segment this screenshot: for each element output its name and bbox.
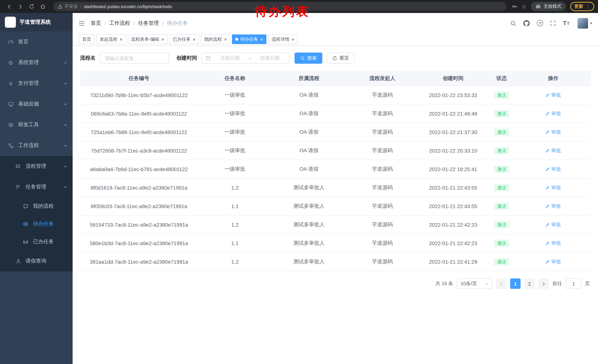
reset-button[interactable]: 重置 — [327, 53, 355, 64]
tab-process-detail[interactable]: 流程详情× — [268, 34, 298, 44]
tab-home[interactable]: 首页 — [79, 34, 94, 44]
sidebar-item-todo-tasks[interactable]: 待办任务 — [0, 215, 73, 233]
status-cell: 激活 — [488, 258, 516, 265]
back-icon[interactable] — [5, 2, 13, 11]
github-icon[interactable] — [523, 20, 530, 26]
approve-link[interactable]: 审批 — [545, 92, 561, 98]
app-window: 芋道管理系统 首页 ⚙ 系统管理 ¥ 支付管理 — [0, 13, 598, 364]
tab-my-process[interactable]: 我的流程× — [201, 34, 230, 44]
column-header: 创建时间 — [419, 75, 488, 82]
update-button[interactable]: 更新 ⋮ — [570, 2, 594, 11]
font-size-icon[interactable]: TT — [563, 20, 569, 26]
page-1-button[interactable]: 1 — [510, 278, 521, 289]
update-label: 更新 — [574, 3, 583, 10]
sidebar-item-process-mgmt[interactable]: 流程管理 — [0, 156, 73, 177]
tab-close-icon[interactable]: × — [291, 37, 294, 42]
end-date-placeholder: 结束日期 — [254, 55, 285, 61]
sidebar-item-done-tasks[interactable]: 已办任务 — [0, 233, 73, 251]
tab-close-icon[interactable]: × — [120, 37, 123, 42]
status-cell: 激活 — [488, 165, 516, 173]
approve-link[interactable]: 审批 — [545, 221, 561, 228]
sidebar-item-devtools[interactable]: 研发工具 — [0, 114, 73, 135]
goto-page-input[interactable] — [566, 278, 581, 289]
chevron-down-icon — [63, 81, 67, 85]
tab-form-edit[interactable]: 流程表单-编辑× — [128, 34, 167, 44]
process-cell: OA 请假 — [272, 92, 346, 98]
initiator-cell: 芋道源码 — [346, 147, 419, 154]
tab-close-icon[interactable]: × — [161, 37, 164, 42]
breadcrumb-item[interactable]: 首页 — [91, 20, 101, 26]
browser-nav-buttons — [4, 2, 48, 11]
created-cell: 2022-01-21 22:42:23 — [419, 240, 488, 246]
approve-link[interactable]: 审批 — [545, 258, 561, 265]
approve-link[interactable]: 审批 — [545, 240, 561, 246]
action-cell: 审批 — [516, 147, 590, 154]
tab-label: 我的流程 — [204, 36, 222, 42]
browser-menu-icon[interactable]: ⋮ — [585, 4, 590, 9]
tab-close-icon[interactable]: × — [224, 37, 227, 42]
incognito-badge: 无痕模式 — [531, 2, 566, 11]
created-cell: 2022-01-22 18:25:41 — [419, 166, 488, 172]
sidebar-item-workflow[interactable]: 工作流程 — [0, 135, 73, 156]
help-icon[interactable]: ? — [537, 20, 543, 26]
sidebar-item-payment[interactable]: ¥ 支付管理 — [0, 73, 73, 94]
initiator-cell: 芋道源码 — [346, 110, 419, 117]
tab-done-tasks[interactable]: 已办任务× — [169, 34, 199, 44]
sidebar-item-home[interactable]: 首页 — [0, 32, 73, 52]
not-secure-label: 不安全 — [65, 3, 78, 10]
status-cell: 激活 — [488, 184, 516, 191]
tab-todo-tasks-active[interactable]: 待办任务× — [232, 34, 266, 44]
forward-icon[interactable] — [16, 2, 25, 11]
status-badge: 激活 — [494, 110, 509, 117]
fullscreen-icon[interactable] — [550, 20, 556, 26]
approve-link[interactable]: 审批 — [545, 147, 561, 154]
search-button[interactable]: 搜索 — [295, 53, 322, 64]
sidebar-item-my-process[interactable]: 我的流程 — [0, 197, 73, 215]
tab-close-icon[interactable]: × — [260, 37, 263, 42]
sidebar-item-infrastructure[interactable]: 基础设施 — [0, 94, 73, 114]
search-button-icon — [300, 56, 305, 61]
approve-link[interactable]: 审批 — [545, 203, 561, 209]
edit-icon — [545, 167, 550, 171]
approve-label: 审批 — [551, 258, 561, 265]
next-page-button[interactable] — [538, 278, 549, 289]
approve-link[interactable]: 审批 — [545, 166, 561, 172]
home-icon[interactable] — [39, 2, 47, 11]
action-cell: 审批 — [516, 129, 590, 135]
page-2-button[interactable]: 2 — [524, 278, 535, 289]
task-name-cell: 1.2 — [198, 259, 272, 265]
page-size-select[interactable]: 10条/页 — [457, 278, 492, 289]
not-secure-warning[interactable]: 不安全 — [58, 3, 78, 10]
breadcrumb-item[interactable]: 任务管理 — [138, 20, 159, 26]
approve-link[interactable]: 审批 — [545, 129, 561, 135]
range-separator: - — [249, 55, 251, 61]
approve-link[interactable]: 审批 — [545, 110, 561, 117]
incognito-label: 无痕模式 — [544, 3, 561, 10]
task-id-cell: 725a1eb6-7b88-11ec-8ef0-acde48001122 — [80, 129, 198, 135]
edit-icon — [545, 130, 550, 134]
sidebar-item-leave-query[interactable]: 请假查询 — [0, 251, 73, 271]
prev-page-button[interactable] — [496, 278, 507, 289]
password-key-icon[interactable] — [512, 4, 517, 9]
search-icon[interactable] — [510, 20, 516, 26]
created-cell: 2022-01-22 23:53:32 — [419, 92, 488, 98]
bookmark-star-icon[interactable]: ☆ — [522, 4, 526, 9]
user-menu[interactable]: ▾ — [577, 18, 592, 29]
tab-close-icon[interactable]: × — [193, 37, 195, 42]
process-name-input[interactable] — [100, 53, 169, 64]
tab-label: 流程详情 — [272, 36, 289, 42]
status-badge: 激活 — [494, 165, 509, 173]
sidebar-item-task-mgmt[interactable]: 任务管理 — [0, 177, 73, 197]
tab-start-process[interactable]: 发起流程× — [96, 34, 126, 44]
chevron-down-icon — [485, 282, 489, 286]
date-range-picker[interactable]: 开始日期 - 结束日期 — [201, 53, 289, 64]
process-name-label: 流程名 — [80, 55, 96, 61]
reload-icon[interactable] — [27, 2, 36, 11]
breadcrumb-item[interactable]: 工作流程 — [109, 20, 130, 26]
sidebar-item-system[interactable]: ⚙ 系统管理 — [0, 52, 73, 73]
sidebar-toggle-icon[interactable] — [79, 20, 85, 26]
chevron-down-icon — [63, 102, 67, 106]
edit-icon — [545, 148, 550, 153]
table-row: 725a1eb6-7b88-11ec-8ef0-acde48001122 一级审… — [80, 123, 590, 141]
approve-link[interactable]: 审批 — [545, 184, 561, 191]
